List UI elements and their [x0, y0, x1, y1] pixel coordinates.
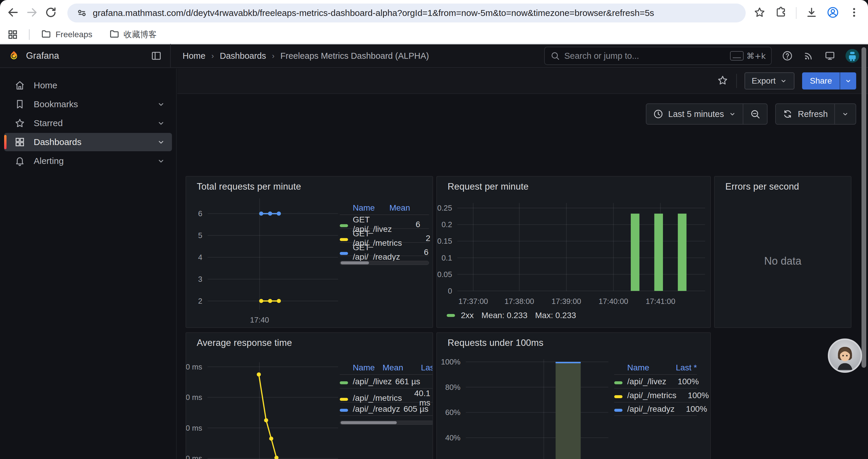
series-swatch [340, 224, 348, 227]
actions-divider [736, 74, 737, 88]
legend-column-header[interactable]: Las [403, 363, 433, 372]
sidebar-item-alerting[interactable]: Alerting [4, 152, 172, 170]
panel-title[interactable]: Average response time [197, 338, 292, 348]
export-button[interactable]: Export [745, 72, 795, 90]
legend-column-header[interactable]: Last * [664, 363, 697, 372]
keyboard-shortcut-hint: ⌘+k [730, 51, 766, 61]
series-swatch [447, 314, 455, 317]
browser-back-button[interactable] [4, 4, 23, 23]
panel-title[interactable]: Errors per second [725, 182, 799, 192]
panel-title[interactable]: Requests under 100ms [447, 338, 544, 348]
profile-icon[interactable] [827, 6, 839, 20]
header-divider [170, 44, 171, 68]
user-avatar[interactable] [845, 49, 859, 63]
news-rss-icon[interactable] [803, 50, 814, 61]
browser-forward-button[interactable] [23, 4, 41, 23]
legend-scrollbar-thumb[interactable] [341, 421, 397, 424]
chevron-down-icon[interactable] [157, 157, 165, 165]
breadcrumb-separator: › [211, 52, 214, 61]
browser-reload-button[interactable] [41, 4, 60, 23]
legend-header: NameMean [340, 201, 429, 215]
address-bar[interactable]: grafana.mathmast.com/d/deytv4rwavabkb/fr… [67, 4, 746, 23]
sidebar-item-dashboards[interactable]: Dashboards [4, 133, 172, 151]
dashboard-actions-bar: Export Share [177, 68, 868, 94]
sidebar-item-bookmarks[interactable]: Bookmarks [4, 95, 172, 113]
svg-text:60 ms: 60 ms [186, 393, 202, 401]
legend-value: 661 µs [392, 377, 420, 386]
panel-average-response-time[interactable]: 0 s20 ms40 ms60 ms80 ms17:40 Average res… [186, 332, 433, 459]
breadcrumb-dashboards[interactable]: Dashboards [220, 51, 266, 61]
panel-errors-per-second[interactable]: Errors per second No data [714, 176, 851, 328]
bookmarks-bar: Freeleaps 收藏博客 [0, 26, 868, 44]
bookmark-icon [14, 99, 25, 110]
assistant-avatar[interactable] [828, 338, 862, 373]
legend-series-name: GET /api/_/readyz [353, 243, 400, 262]
legend-row[interactable]: /api/_/readyz100% [614, 402, 697, 416]
breadcrumb-home[interactable]: Home [183, 51, 205, 61]
legend-column-header[interactable]: Mean [375, 363, 403, 372]
legend-row[interactable]: GET /api/_/metrics2 [340, 228, 429, 242]
panel-title[interactable]: Request per minute [447, 182, 529, 192]
bookmark-folder-blogs[interactable]: 收藏博客 [109, 28, 157, 41]
browser-menu-icon[interactable] [848, 6, 860, 20]
legend-row[interactable]: /api/_/metrics100% [614, 388, 697, 402]
refresh-group: Refresh [775, 103, 856, 125]
forward-arrow-icon [26, 6, 38, 20]
search-input[interactable]: Search or jump to... ⌘+k [544, 47, 772, 65]
page-root: grafana.mathmast.com/d/deytv4rwavabkb/fr… [0, 0, 868, 459]
legend-column-header[interactable]: Name [627, 363, 664, 372]
legend-row[interactable]: GET /api/_/readyz6 [340, 242, 429, 256]
browser-toolbar: grafana.mathmast.com/d/deytv4rwavabkb/fr… [0, 0, 868, 26]
downloads-icon[interactable] [805, 6, 818, 20]
sidebar-item-home[interactable]: Home [4, 76, 172, 95]
refresh-interval-caret[interactable] [834, 104, 856, 124]
chevron-down-icon[interactable] [157, 100, 165, 109]
legend-scrollbar-thumb[interactable] [341, 261, 369, 264]
bookmark-star-icon[interactable] [753, 6, 766, 20]
legend-row[interactable]: /api/_/livez100% [614, 374, 697, 388]
bar-chart: 00.050.10.150.20.2517:37:0017:38:0017:39… [437, 177, 710, 327]
svg-text:4: 4 [198, 253, 202, 261]
sidebar-toggle-icon[interactable] [151, 50, 162, 61]
chevron-down-icon[interactable] [157, 119, 165, 128]
bookmark-folder-freeleaps[interactable]: Freeleaps [41, 28, 92, 41]
apps-grid-icon[interactable] [7, 29, 18, 40]
share-menu-caret[interactable] [840, 72, 856, 90]
legend-column-header[interactable]: Mean [382, 203, 410, 213]
panel-legend[interactable]: 2xx Mean: 0.233 Max: 0.233 [447, 311, 576, 320]
site-settings-icon[interactable] [76, 7, 88, 19]
time-range-picker[interactable]: Last 5 minutes [646, 104, 743, 124]
share-button[interactable]: Share [802, 72, 840, 90]
panel-total-requests-per-minute[interactable]: 2345617:40 Total requests per minute Nam… [186, 176, 433, 328]
legend-row[interactable]: /api/_/livez661 µs646 [340, 374, 433, 388]
series-max: Max: 0.233 [535, 311, 576, 320]
legend-row[interactable]: GET /api/_/livez6 [340, 215, 429, 228]
panel-requests-under-100ms[interactable]: 0%20%40%60%80%100%17:40 Requests under 1… [436, 332, 711, 459]
legend-column-header[interactable]: Name [353, 363, 375, 372]
favorite-star-icon[interactable] [717, 74, 728, 88]
active-indicator [4, 78, 6, 93]
legend-row[interactable]: /api/_/readyz605 µs620 [340, 402, 433, 416]
panel-request-per-minute[interactable]: 00.050.10.150.20.2517:37:0017:38:0017:39… [436, 176, 711, 328]
refresh-button-label: Refresh [798, 109, 828, 119]
legend-scrollbar[interactable] [340, 421, 433, 425]
svg-text:0.25: 0.25 [437, 204, 452, 212]
page-scrollbar[interactable] [862, 47, 866, 368]
panel-title[interactable]: Total requests per minute [197, 182, 301, 192]
chevron-down-icon[interactable] [157, 138, 165, 146]
refresh-button[interactable]: Refresh [776, 104, 834, 124]
star-icon [14, 118, 25, 129]
series-swatch [614, 409, 622, 412]
help-icon[interactable] [782, 50, 793, 61]
series-swatch [614, 381, 622, 384]
extensions-icon[interactable] [775, 6, 787, 20]
breadcrumb-separator: › [272, 52, 275, 61]
series-swatch [340, 398, 348, 401]
sidebar-item-starred[interactable]: Starred [4, 114, 172, 132]
grafana-brand[interactable]: Grafana [0, 50, 59, 61]
legend-row[interactable]: /api/_/metrics40.1 ms20.5 r [340, 388, 433, 402]
legend-scrollbar[interactable] [340, 261, 429, 265]
monitor-icon[interactable] [824, 50, 836, 61]
legend-column-header[interactable]: Name [353, 203, 382, 213]
zoom-out-button[interactable] [743, 104, 767, 124]
